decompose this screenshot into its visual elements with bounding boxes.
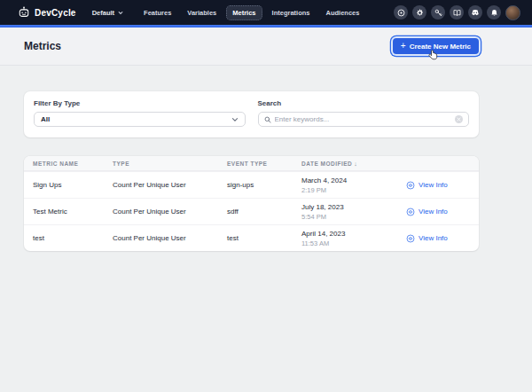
search-icon (264, 116, 271, 123)
time-value: 11:53 AM (301, 239, 406, 247)
event-type-cell: sign-ups (227, 181, 301, 189)
clear-search-icon[interactable] (455, 115, 463, 123)
date-modified-cell: April 14, 2023 11:53 AM (301, 230, 406, 247)
api-key-icon[interactable] (431, 5, 445, 20)
brand-name: DevCycle (35, 8, 76, 18)
view-info-link[interactable]: View Info (406, 208, 470, 216)
main-content: Filter By Type All Search (0, 91, 532, 251)
filter-card: Filter By Type All Search (24, 91, 479, 137)
time-value: 5:54 PM (301, 213, 406, 221)
notifications-bell-icon[interactable] (487, 5, 501, 20)
top-navbar: DevCycle Default Features Variables Metr… (0, 0, 532, 25)
nav-links: Features Variables Metrics Integrations … (137, 5, 365, 20)
table-header-row: Metric Name Type Event Type Date Modifie… (24, 156, 479, 171)
project-name: Default (92, 9, 114, 17)
project-selector[interactable]: Default (92, 9, 123, 17)
type-filter-value: All (41, 115, 50, 123)
column-header-event-type[interactable]: Event Type (227, 161, 301, 167)
chevron-down-icon (231, 117, 239, 122)
event-type-cell: test (227, 234, 301, 242)
date-value: March 4, 2024 (301, 176, 406, 184)
metric-name-cell: Sign Ups (33, 181, 113, 189)
page-header: Metrics + Create New Metric (0, 27, 532, 66)
nav-item-features[interactable]: Features (137, 5, 177, 20)
column-header-type[interactable]: Type (113, 161, 227, 167)
view-info-label: View Info (419, 234, 448, 242)
filter-by-type-label: Filter By Type (34, 99, 246, 107)
devcycle-robot-icon (18, 6, 30, 19)
nav-item-metrics[interactable]: Metrics (226, 5, 262, 20)
date-value: April 14, 2023 (301, 230, 406, 238)
metric-name-cell: test (33, 234, 113, 242)
app-window: DevCycle Default Features Variables Metr… (0, 0, 532, 392)
eye-icon (406, 181, 415, 190)
metric-name-cell: Test Metric (33, 208, 113, 216)
sort-descending-icon: ↓ (354, 161, 357, 167)
column-header-date-modified[interactable]: Date Modified ↓ (301, 161, 406, 167)
create-new-metric-button[interactable]: + Create New Metric (393, 38, 479, 54)
nav-item-integrations[interactable]: Integrations (266, 5, 317, 20)
plus-icon: + (401, 42, 406, 51)
view-info-link[interactable]: View Info (406, 181, 470, 190)
chevron-down-icon (118, 11, 123, 15)
view-info-link[interactable]: View Info (406, 234, 470, 243)
view-info-label: View Info (419, 181, 448, 189)
user-avatar[interactable] (505, 5, 520, 20)
date-value: July 18, 2023 (301, 203, 406, 211)
search-label: Search (258, 99, 470, 107)
nav-utility-icons (394, 5, 520, 20)
eye-icon (406, 208, 415, 216)
type-cell: Count Per Unique User (113, 181, 227, 189)
nav-item-variables[interactable]: Variables (181, 5, 223, 20)
nav-item-audiences[interactable]: Audiences (319, 5, 365, 20)
type-cell: Count Per Unique User (113, 234, 227, 242)
date-modified-cell: July 18, 2023 5:54 PM (301, 203, 406, 221)
date-modified-cell: March 4, 2024 2:19 PM (301, 176, 406, 194)
docs-book-icon[interactable] (450, 5, 464, 20)
view-info-label: View Info (419, 208, 448, 216)
table-row[interactable]: Sign Ups Count Per Unique User sign-ups … (24, 171, 479, 198)
discord-icon[interactable] (468, 5, 482, 20)
type-filter-select[interactable]: All (34, 112, 246, 127)
status-icon[interactable] (394, 5, 408, 20)
settings-gear-icon[interactable] (412, 5, 426, 20)
metrics-table: Metric Name Type Event Type Date Modifie… (24, 156, 479, 251)
search-input[interactable] (275, 115, 452, 123)
search-box (258, 112, 470, 127)
column-header-metric-name[interactable]: Metric Name (33, 161, 113, 167)
create-button-label: Create New Metric (410, 43, 471, 51)
eye-icon (406, 234, 415, 243)
filter-by-type-group: Filter By Type All (34, 99, 246, 127)
brand-logo[interactable]: DevCycle (18, 6, 76, 19)
table-row[interactable]: test Count Per Unique User test April 14… (24, 224, 479, 251)
page-title: Metrics (24, 40, 61, 52)
event-type-cell: sdff (227, 208, 301, 216)
type-cell: Count Per Unique User (113, 208, 227, 216)
search-group: Search (258, 99, 470, 127)
time-value: 2:19 PM (301, 186, 406, 194)
table-row[interactable]: Test Metric Count Per Unique User sdff J… (24, 198, 479, 224)
